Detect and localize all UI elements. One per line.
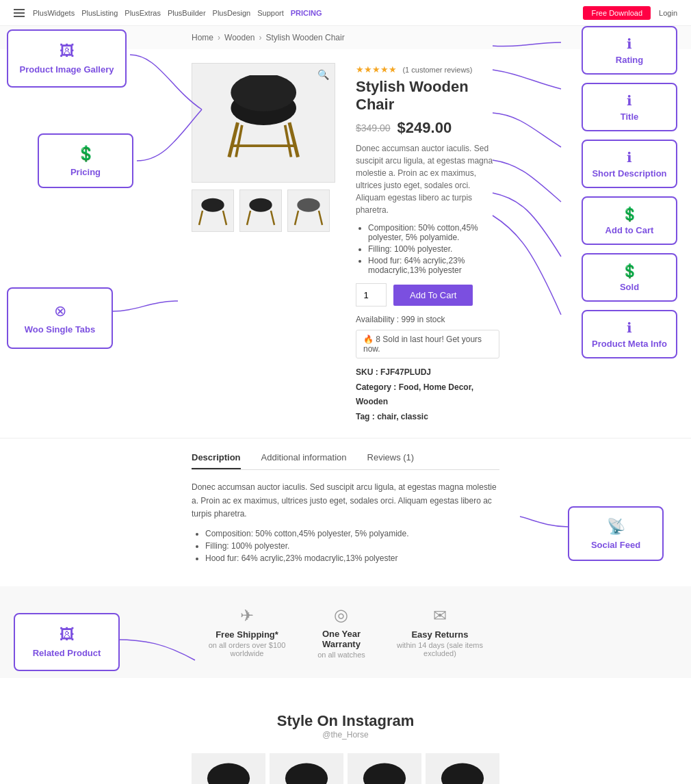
annotation-rating: ℹ Rating xyxy=(582,26,677,75)
product-rating-stars: ★★★★★ (1 customer reviews) xyxy=(356,63,499,75)
sku-value: FJF47PLUDJ xyxy=(380,367,431,377)
annotation-related: 🖼 Related Product xyxy=(14,613,120,671)
product-info: ★★★★★ (1 customer reviews) Stylish Woode… xyxy=(356,63,499,424)
svg-point-13 xyxy=(297,198,320,212)
free-download-button[interactable]: Free Download xyxy=(583,6,651,20)
add-to-cart-annotation-icon: 💲 xyxy=(621,206,638,222)
svg-point-16 xyxy=(207,763,250,784)
annotation-short-desc: ℹ Short Description xyxy=(582,140,677,188)
quantity-input[interactable] xyxy=(356,283,387,306)
annotation-title: ℹ Title xyxy=(582,83,677,131)
pricing-annotation-label: Pricing xyxy=(70,167,101,177)
nav-plusextras[interactable]: PlusExtras xyxy=(125,9,161,17)
breadcrumb-home[interactable]: Home xyxy=(192,33,213,42)
product-main-image: 🔍 xyxy=(192,63,335,183)
tab-description[interactable]: Description xyxy=(192,452,241,469)
product-short-description: Donec accumsan auctor iaculis. Sed susci… xyxy=(356,142,499,216)
tab-specs-list: Composition: 50% cotton,45% polyester, 5… xyxy=(205,529,499,563)
zoom-icon[interactable]: 🔍 xyxy=(317,69,329,80)
annotation-gallery: 🖼 Product Image Gallery xyxy=(7,29,127,88)
breadcrumb-current: Stylish Wooden Chair xyxy=(266,33,345,42)
svg-line-8 xyxy=(199,211,203,225)
category-label: Category : xyxy=(356,382,396,392)
price-new: $249.00 xyxy=(397,119,452,137)
returns-sub: within 14 days (sale items excluded) xyxy=(380,641,499,657)
annotation-add-to-cart: 💲 Add to Cart xyxy=(582,196,677,245)
shipping-title: Free Shipping* xyxy=(192,629,302,640)
social-annotation-label: Social Feed xyxy=(591,540,640,550)
svg-point-7 xyxy=(201,198,224,212)
nav-pricing[interactable]: PRICING xyxy=(291,9,322,17)
returns-title: Easy Returns xyxy=(380,629,499,640)
shipping-icon: ✈ xyxy=(192,606,302,625)
instagram-handle[interactable]: @the_Horse xyxy=(192,730,499,740)
thumb-1[interactable] xyxy=(192,190,234,232)
rating-annotation-icon: ℹ xyxy=(627,36,632,52)
thumb-3[interactable] xyxy=(287,190,330,232)
breadcrumb-category[interactable]: Wooden xyxy=(224,33,255,42)
tab-reviews[interactable]: Reviews (1) xyxy=(367,452,415,469)
tab-spec-2: Filling: 100% polyester. xyxy=(205,541,499,551)
annotation-tabs: ⊗ Woo Single Tabs xyxy=(7,287,113,349)
svg-line-14 xyxy=(295,211,298,225)
product-price: $349.00 $249.00 xyxy=(356,119,499,137)
product-specs: Composition: 50% cotton,45% polyester, 5… xyxy=(356,223,499,275)
thumb-2[interactable] xyxy=(239,190,282,232)
svg-point-20 xyxy=(285,763,328,784)
nav-plusbuilder[interactable]: PlusBuilder xyxy=(168,9,206,17)
short-desc-annotation-icon: ℹ xyxy=(627,149,632,166)
warranty-sub: on all watches xyxy=(302,651,380,659)
product-gallery: 🔍 xyxy=(192,63,335,424)
short-desc-annotation-label: Short Description xyxy=(592,168,666,179)
tab-additional-info[interactable]: Additional information xyxy=(261,452,347,469)
instagram-item-2[interactable] xyxy=(270,753,343,784)
tabs-annotation-icon: ⊗ xyxy=(54,302,66,320)
tag-label: Tag : xyxy=(356,412,375,421)
availability: Availability : 999 in stock xyxy=(356,315,499,324)
tab-description-content: Donec accumsan auctor iaculis. Sed susci… xyxy=(192,481,499,521)
related-annotation-label: Related Product xyxy=(33,648,101,658)
nav-support[interactable]: Support xyxy=(257,9,284,17)
product-meta: SKU : FJF47PLUDJ Category : Food, Home D… xyxy=(356,365,499,424)
tab-spec-1: Composition: 50% cotton,45% polyester, 5… xyxy=(205,529,499,538)
shipping-sub: on all orders over $100 worldwide xyxy=(192,641,302,657)
breadcrumb-sep1: › xyxy=(218,33,220,42)
instagram-item-4[interactable] xyxy=(426,753,499,784)
svg-line-12 xyxy=(271,211,274,225)
tabs-navigation: Description Additional information Revie… xyxy=(192,452,499,470)
hamburger-menu[interactable] xyxy=(14,9,25,17)
product-meta-annotation-label: Product Meta Info xyxy=(592,339,667,349)
nav-pluswidgets[interactable]: PlusWidgets xyxy=(33,9,75,17)
navigation: PlusWidgets PlusListing PlusExtras PlusB… xyxy=(0,0,691,26)
product-meta-annotation-icon: ℹ xyxy=(627,319,632,336)
login-button[interactable]: Login xyxy=(659,9,677,17)
warranty-icon: ◎ xyxy=(302,605,380,625)
stars: ★★★★★ xyxy=(356,64,397,75)
feature-shipping: ✈ Free Shipping* on all orders over $100… xyxy=(192,606,302,657)
product-thumbnails xyxy=(192,190,335,232)
feature-returns: ✉ Easy Returns within 14 days (sale item… xyxy=(380,606,499,657)
spec-3: Hood fur: 64% acrylic,23% modacrylic,13%… xyxy=(368,256,499,275)
sku-label: SKU : xyxy=(356,367,378,377)
svg-point-24 xyxy=(363,763,406,784)
instagram-item-1[interactable] xyxy=(192,753,265,784)
tag-value: chair, classic xyxy=(377,412,428,421)
annotation-social-feed: 📡 Social Feed xyxy=(568,506,664,561)
annotation-product-meta: ℹ Product Meta Info xyxy=(582,310,677,358)
add-to-cart-button[interactable]: Add To Cart xyxy=(393,285,473,306)
tab-spec-3: Hood fur: 64% acrylic,23% modacrylic,13%… xyxy=(205,553,499,563)
review-count[interactable]: (1 customer reviews) xyxy=(402,66,472,74)
annotation-sold: 💲 Sold xyxy=(582,253,677,302)
feature-warranty: ◎ One Year Warranty on all watches xyxy=(302,605,380,659)
add-to-cart-row: Add To Cart xyxy=(356,283,499,306)
nav-pluslisting[interactable]: PlusListing xyxy=(81,9,118,17)
breadcrumb-sep2: › xyxy=(259,33,262,42)
svg-point-1 xyxy=(231,75,296,112)
instagram-grid xyxy=(192,753,499,784)
instagram-item-3[interactable] xyxy=(348,753,421,784)
right-annotation-boxes: ℹ Rating ℹ Title ℹ Short Description 💲 A… xyxy=(582,26,677,358)
nav-plusdesign[interactable]: PlusDesign xyxy=(213,9,251,17)
related-annotation-icon: 🖼 xyxy=(60,626,75,644)
instagram-section: Style On Instagram @the_Horse xyxy=(0,685,691,784)
instagram-title: Style On Instagram xyxy=(192,712,499,730)
